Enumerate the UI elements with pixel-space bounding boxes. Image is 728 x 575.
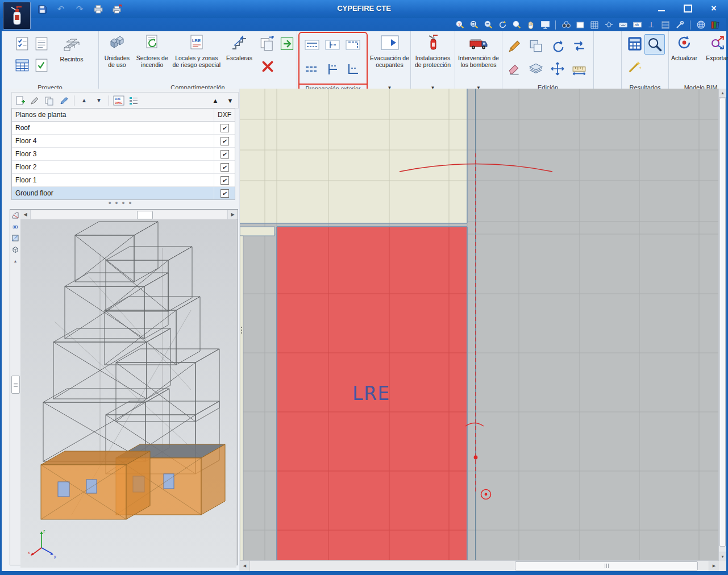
move-plan-up-icon[interactable]: ▲ bbox=[209, 94, 222, 107]
intervencion-button[interactable]: Intervención de los bomberos bbox=[456, 34, 501, 68]
plan-row-roof[interactable]: Roof ✔ bbox=[12, 122, 235, 135]
add-plan-icon[interactable] bbox=[14, 94, 26, 107]
inspect-results-icon[interactable] bbox=[644, 34, 665, 55]
edit-plan-icon[interactable] bbox=[28, 94, 41, 107]
dxf-checkbox[interactable]: ✔ bbox=[221, 163, 229, 172]
3d-vertical-scroll-thumb[interactable] bbox=[11, 376, 20, 394]
scroll-down-button[interactable]: ▼ bbox=[719, 552, 726, 561]
facade-corner-icon[interactable] bbox=[343, 37, 363, 56]
object-snap-icon[interactable] bbox=[603, 19, 614, 30]
plan-row-floor4[interactable]: Floor 4 ✔ bbox=[12, 135, 235, 148]
sort-down-icon[interactable]: ▼ bbox=[93, 94, 105, 107]
draw-plan-icon[interactable] bbox=[58, 94, 70, 107]
zoom-previous-icon[interactable] bbox=[511, 19, 522, 30]
fullscreen-icon[interactable] bbox=[539, 19, 551, 30]
scroll-right-button[interactable]: ▶ bbox=[227, 210, 238, 219]
assign-sector-icon[interactable] bbox=[277, 34, 297, 53]
copy-plan-icon[interactable] bbox=[43, 94, 56, 107]
canvas-vertical-scrollbar[interactable]: ▲ ▼ bbox=[718, 89, 726, 561]
zoom-help-icon[interactable]: ? bbox=[454, 19, 465, 30]
scroll-left-button[interactable]: ◀ bbox=[20, 210, 31, 219]
protractor-icon[interactable] bbox=[11, 211, 20, 220]
pan-hand-icon[interactable] bbox=[525, 19, 536, 30]
keyboard-entry-icon[interactable] bbox=[617, 19, 629, 30]
sort-up-icon[interactable]: ▲ bbox=[78, 94, 90, 107]
3d-model-view[interactable]: z x y bbox=[20, 219, 238, 565]
plan-row-floor3[interactable]: Floor 3 ✔ bbox=[12, 148, 235, 161]
panel-splitter[interactable] bbox=[240, 320, 243, 340]
dxf-dwg-icon[interactable]: DXFDWG bbox=[113, 94, 125, 107]
scroll-left-button[interactable]: ◀ bbox=[240, 561, 250, 571]
recintos-button[interactable]: Recintos bbox=[53, 35, 90, 63]
horizontal-scroll-thumb[interactable] bbox=[515, 561, 698, 570]
dxf-checkbox[interactable]: ✔ bbox=[221, 150, 229, 159]
facade-vertical-icon[interactable] bbox=[323, 37, 342, 56]
project-data-icon[interactable] bbox=[32, 34, 51, 53]
swap-direction-icon[interactable] bbox=[569, 36, 589, 56]
calculate-icon[interactable] bbox=[625, 34, 644, 53]
scroll-right-button[interactable]: ▶ bbox=[709, 561, 719, 571]
snap-point[interactable] bbox=[474, 456, 478, 460]
ortho-mode-icon[interactable]: ⊥ bbox=[646, 19, 657, 30]
unidades-de-uso-button[interactable]: Unidades de uso bbox=[101, 34, 133, 68]
wall-encounter-icon[interactable] bbox=[343, 60, 363, 79]
move-plan-down-icon[interactable]: ▼ bbox=[224, 94, 236, 107]
layers-icon[interactable] bbox=[526, 59, 546, 78]
evacuacion-button[interactable]: Evacuación de ocupantes bbox=[370, 34, 410, 68]
zoom-out-icon[interactable] bbox=[482, 19, 494, 30]
locales-riesgo-button[interactable]: LRE Locales y zonas de riesgo especial bbox=[172, 34, 222, 68]
reference-books-icon[interactable] bbox=[709, 19, 721, 30]
canvas-horizontal-scrollbar[interactable]: ◀ ▶ bbox=[240, 560, 719, 571]
facade-horizontal-icon[interactable] bbox=[302, 37, 322, 56]
minimize-button[interactable] bbox=[653, 3, 670, 14]
dxf-checkbox[interactable]: ✔ bbox=[221, 189, 229, 198]
plan-row-floor1[interactable]: Floor 1 ✔ bbox=[12, 174, 235, 187]
box-view-icon[interactable] bbox=[11, 245, 20, 254]
layers-grid-icon[interactable] bbox=[660, 19, 671, 30]
dxf-checkbox[interactable]: ✔ bbox=[221, 124, 229, 132]
3d-horizontal-scroll-thumb[interactable] bbox=[137, 211, 153, 219]
collapse-panel-icon[interactable]: ▲ bbox=[11, 256, 20, 265]
plan-row-floor2[interactable]: Floor 2 ✔ bbox=[12, 161, 235, 174]
roof-encounter-icon[interactable] bbox=[323, 60, 342, 79]
selection-frame-icon[interactable] bbox=[575, 19, 586, 30]
redraw-icon[interactable] bbox=[497, 19, 508, 30]
instalaciones-button[interactable]: Instalaciones de protección bbox=[412, 34, 454, 68]
rotate-icon[interactable] bbox=[548, 36, 567, 56]
project-table-icon[interactable] bbox=[13, 56, 32, 75]
drawing-area[interactable]: LRE ▲ ▼ ◀ ▶ bbox=[240, 89, 726, 571]
copy-sector-icon[interactable] bbox=[258, 34, 277, 53]
zoom-window-icon[interactable] bbox=[468, 19, 480, 30]
dxf-checkbox[interactable]: ✔ bbox=[221, 137, 229, 145]
app-icon-extinguisher[interactable] bbox=[3, 2, 31, 30]
upper-floor-region[interactable] bbox=[240, 89, 467, 223]
close-button[interactable]: × bbox=[705, 3, 722, 14]
tools-config-icon[interactable] bbox=[674, 19, 685, 30]
erase-icon[interactable] bbox=[505, 59, 524, 78]
floor-plan-canvas[interactable]: LRE bbox=[240, 89, 719, 561]
view-3d-button[interactable]: 3D bbox=[11, 222, 20, 231]
sectores-incendio-button[interactable]: Sectores de incendio bbox=[135, 34, 169, 68]
grid-toggle-icon[interactable] bbox=[589, 19, 600, 30]
dxf-layers-icon[interactable] bbox=[127, 94, 140, 107]
actualizar-button[interactable]: Actualizar bbox=[670, 34, 698, 61]
exportar-button[interactable]: Exportar bbox=[703, 34, 728, 61]
facade-dashes-icon[interactable] bbox=[302, 60, 322, 79]
scroll-up-button[interactable]: ▲ bbox=[719, 89, 726, 98]
copy-objects-icon[interactable] bbox=[526, 36, 546, 56]
vertical-scroll-thumb[interactable] bbox=[719, 98, 726, 547]
maximize-button[interactable] bbox=[679, 3, 696, 14]
delete-sector-icon[interactable] bbox=[258, 57, 277, 76]
web-globe-icon[interactable] bbox=[695, 19, 706, 30]
project-checklist-icon[interactable] bbox=[13, 34, 32, 53]
panel-resize-grip[interactable]: ● ● ● ● bbox=[2, 200, 239, 206]
dxf-checkbox[interactable]: ✔ bbox=[221, 176, 229, 185]
escaleras-button[interactable]: Escaleras bbox=[224, 34, 255, 61]
move-resize-icon[interactable] bbox=[548, 59, 567, 78]
search-binoculars-icon[interactable] bbox=[560, 19, 572, 30]
plan-row-ground-floor[interactable]: Ground floor ✔ bbox=[12, 187, 235, 199]
dimension-text-icon[interactable]: ab bbox=[631, 19, 643, 30]
edit-pencil-icon[interactable] bbox=[505, 36, 524, 56]
wand-icon[interactable] bbox=[625, 57, 644, 76]
measure-icon[interactable] bbox=[569, 59, 589, 78]
